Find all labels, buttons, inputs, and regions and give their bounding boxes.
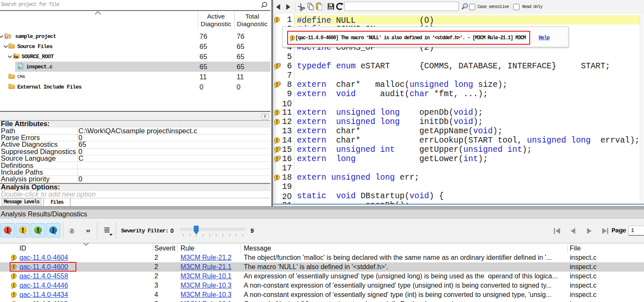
code-line-13[interactable]: 13extern char* getAppName(void); bbox=[273, 127, 644, 136]
project-tree: sample_project7676 Source Files6565 SOUR… bbox=[0, 0, 270, 100]
page-first-icon[interactable] bbox=[552, 227, 562, 235]
diagnostic-id-link[interactable]: qac-11.4.0-4558 bbox=[19, 272, 68, 281]
tree-item-inspect-c[interactable]: inspect.c6565 bbox=[0, 62, 270, 72]
refresh-icon[interactable] bbox=[335, 2, 344, 11]
rule-link[interactable]: M3CM Rule-10.3 bbox=[181, 290, 232, 299]
code-line-6[interactable]: 6typedef enum eSTART {COMMS, DATABASE, I… bbox=[273, 62, 644, 71]
horizontal-splitter[interactable] bbox=[0, 206, 644, 210]
rule-link[interactable]: M3CM Rule-10.3 bbox=[181, 281, 232, 290]
code-line-15[interactable]: 15extern unsigned int getUpper(unsigned … bbox=[273, 145, 644, 154]
line-number: 7 bbox=[273, 71, 292, 80]
read-only-checkbox[interactable] bbox=[513, 4, 520, 10]
tree-item-external-include-files[interactable]: External Include Files00 bbox=[0, 82, 270, 92]
tree-item-sample-project[interactable]: sample_project7676 bbox=[0, 31, 270, 41]
result-row-qac-11.4.0-4604[interactable]: qac-11.4.0-4604 2 M3CM Rule-21.2 The obj… bbox=[0, 253, 644, 262]
attribute-row-source-language[interactable]: Source Language C bbox=[0, 155, 270, 162]
rule-link[interactable]: M3CM Rule-10.1 bbox=[181, 299, 232, 302]
attribute-row-analysis-priority[interactable]: Analysis priority 0 bbox=[0, 176, 270, 183]
column-header-message[interactable]: Message bbox=[244, 243, 271, 253]
result-row-qac-11.4.0-4558[interactable]: qac-11.4.0-4558 2 M3CM Rule-10.1 An expr… bbox=[0, 272, 644, 281]
page-last-icon[interactable] bbox=[601, 227, 610, 235]
copy-icon[interactable] bbox=[307, 3, 315, 11]
code-line-12[interactable]: 12extern unsigned long initDb(void); bbox=[273, 117, 644, 127]
vertical-splitter[interactable] bbox=[270, 0, 273, 207]
code-text: typedef enum eSTART {COMMS, DATABASE, IN… bbox=[294, 62, 610, 71]
attribute-row-path[interactable]: Path C:\Work\QAC\sample project\inspect.… bbox=[0, 127, 270, 134]
attribute-value: 0 bbox=[78, 148, 82, 155]
line-number: 13 bbox=[273, 127, 292, 136]
rule-link[interactable]: M3CM Rule-10.1 bbox=[181, 272, 232, 281]
code-line-16[interactable]: 16extern long getLower(int); bbox=[273, 154, 644, 164]
code-line-10[interactable]: 10 bbox=[273, 99, 644, 108]
tree-item-label: SOURCE_ROOT bbox=[22, 51, 54, 62]
filter-info-button[interactable] bbox=[31, 223, 45, 237]
tab-message-levels[interactable]: Message Levels bbox=[2, 198, 41, 206]
tree-item-cma[interactable]: CMA1111 bbox=[0, 72, 270, 82]
column-header-severit[interactable]: Severit bbox=[154, 243, 175, 253]
column-header-file[interactable]: File bbox=[570, 243, 581, 253]
code-line-9[interactable]: 9extern void audit(char *fmt, ...); bbox=[273, 89, 644, 99]
code-line-20[interactable]: 20static void DBstartup(void) { bbox=[273, 191, 644, 201]
page-prev-icon[interactable] bbox=[569, 227, 578, 235]
chevron-down-icon[interactable] bbox=[3, 45, 8, 48]
page-number-input[interactable] bbox=[628, 226, 644, 236]
case-sensitive-checkbox[interactable] bbox=[469, 4, 475, 10]
results-table: IDSeveritRuleMessageFile qac-11.4.0-4604… bbox=[0, 243, 644, 302]
rule-link[interactable]: M3CM Rule-21.2 bbox=[181, 253, 232, 262]
chevron-down-icon[interactable] bbox=[0, 35, 3, 38]
file-attributes-title: File Attributes: bbox=[1, 121, 50, 127]
cut-icon[interactable] bbox=[298, 3, 305, 11]
tree-item-source-files[interactable]: Source Files6565 bbox=[0, 41, 270, 51]
code-line-18[interactable]: 18extern unsigned long err; bbox=[273, 173, 644, 182]
diagnostic-id-link[interactable]: qac-11.4.0-4604 bbox=[19, 253, 68, 262]
code-line-5[interactable]: 5 bbox=[273, 52, 644, 62]
analysis-options-placeholder[interactable]: Double-click to add new option bbox=[1, 191, 269, 197]
diagnostic-id-link[interactable]: qac-11.4.0-4434 bbox=[19, 290, 68, 299]
filter-warning-button[interactable] bbox=[16, 223, 30, 237]
line-number: 5 bbox=[273, 52, 292, 62]
collapse-attributes-button[interactable] bbox=[261, 113, 269, 119]
diagnostic-tooltip-highlight: [qac-11.4.0-4600] The macro ‘NULL’ is al… bbox=[287, 31, 530, 45]
code-text bbox=[294, 71, 297, 80]
table-sort-indicator[interactable] bbox=[83, 243, 89, 246]
column-header-rule[interactable]: Rule bbox=[181, 243, 194, 253]
attribute-value: C bbox=[78, 155, 84, 162]
code-line-1[interactable]: 1#define NULL (0) bbox=[273, 15, 644, 24]
result-row-qac-11.4.0-4446[interactable]: qac-11.4.0-4446 3 M3CM Rule-10.3 A non-c… bbox=[0, 281, 644, 290]
code-line-21[interactable]: 21 openDb(); bbox=[273, 201, 644, 204]
suppressed-filter-icon[interactable]: 2 bbox=[69, 228, 75, 235]
code-line-8[interactable]: 8extern char* malloc(unsigned long size)… bbox=[273, 80, 644, 89]
severity-slider-thumb[interactable] bbox=[194, 226, 199, 235]
result-row-qac-11.4.0-4600[interactable]: qac-11.4.0-4600 2 M3CM Rule-21.1 The mac… bbox=[0, 262, 644, 272]
filter-error-button[interactable] bbox=[0, 223, 15, 237]
code-line-11[interactable]: 11extern unsigned long openDb(void); bbox=[273, 108, 644, 117]
result-row-qac-11.4.0-4434[interactable]: qac-11.4.0-4434 4 M3CM Rule-10.3 A non-c… bbox=[0, 290, 644, 299]
view-menu-icon[interactable] bbox=[104, 227, 113, 236]
code-text: extern long getLower(int); bbox=[294, 154, 488, 164]
filter-note-button[interactable] bbox=[46, 223, 60, 237]
editor-search-input[interactable] bbox=[344, 2, 459, 11]
tooltip-help-link[interactable]: Help bbox=[539, 31, 550, 45]
save-icon[interactable] bbox=[327, 3, 335, 11]
nav-back-icon[interactable] bbox=[275, 3, 282, 11]
nav-forward-icon[interactable] bbox=[285, 3, 292, 11]
diagnostic-id-link[interactable]: qac-11.4.0-4116 bbox=[19, 299, 67, 302]
code-line-19[interactable]: 19 bbox=[273, 182, 644, 191]
code-line-7[interactable]: 7 bbox=[273, 71, 644, 80]
column-header-id[interactable]: ID bbox=[19, 243, 26, 253]
flagged-row-highlight bbox=[10, 262, 76, 272]
paste-icon[interactable] bbox=[315, 2, 323, 11]
tab-files[interactable]: Files bbox=[43, 198, 70, 207]
chevron-down-icon[interactable] bbox=[8, 55, 12, 58]
code-line-14[interactable]: 14extern char* errLookup(START tool, uns… bbox=[273, 136, 644, 145]
tree-item-source-root[interactable]: SOURCE_ROOT6565 bbox=[0, 51, 270, 62]
result-row-qac-11.4.0-4116[interactable]: qac-11.4.0-4116 3 M3CM Rule-10.1 Operand… bbox=[0, 299, 644, 302]
page-next-icon[interactable] bbox=[585, 227, 594, 235]
toolbar-overflow-icon[interactable] bbox=[86, 229, 91, 233]
rule-link[interactable]: M3CM Rule-21.1 bbox=[181, 262, 232, 272]
diagnostic-id-link[interactable]: qac-11.4.0-4446 bbox=[19, 281, 68, 290]
severity-slider-track[interactable] bbox=[181, 228, 245, 230]
editor-search-icon[interactable] bbox=[461, 3, 469, 11]
code-line-17[interactable]: 17 bbox=[273, 164, 644, 173]
editor-vscrollbar[interactable] bbox=[640, 14, 644, 204]
